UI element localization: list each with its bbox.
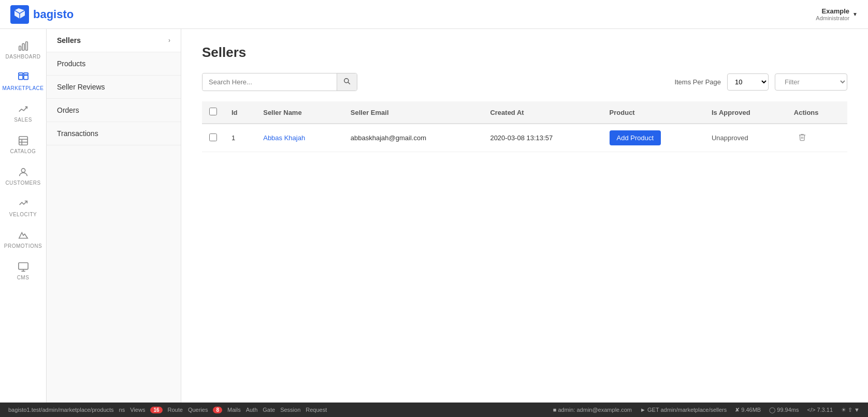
- bottom-time: ◯ 99.94ms: [769, 407, 799, 413]
- row-checkbox-cell: [202, 124, 224, 152]
- bottom-gate: Gate: [263, 407, 275, 413]
- sub-sidebar-item-seller-reviews[interactable]: Seller Reviews: [47, 76, 181, 99]
- seller-name-link[interactable]: Abbas Khajah: [263, 134, 305, 142]
- row-product: Add Product: [602, 124, 704, 152]
- sidebar-item-marketplace[interactable]: MARKETPLACE: [0, 66, 46, 97]
- chevron-right-icon: ›: [168, 37, 170, 44]
- bottom-icons: ☀ ⇧ ▼: [841, 407, 860, 413]
- col-header-product: Product: [602, 101, 704, 124]
- bottom-version: </> 7.3.11: [807, 407, 833, 413]
- svg-rect-5: [23, 75, 27, 79]
- svg-rect-4: [18, 75, 22, 79]
- svg-rect-7: [23, 73, 27, 75]
- sidebar: DASHBOARD MARKETPLACE SALES: [0, 29, 47, 403]
- sub-sidebar: Sellers › Products Seller Reviews Orders…: [47, 29, 181, 403]
- sidebar-label-velocity: VELOCITY: [9, 212, 37, 217]
- select-all-checkbox[interactable]: [209, 108, 217, 115]
- sidebar-item-promotions[interactable]: PROMOTIONS: [0, 224, 46, 255]
- top-header: bagisto Example Administrator ▼: [0, 0, 868, 29]
- search-wrapper: [202, 73, 357, 91]
- sidebar-item-sales[interactable]: SALES: [0, 97, 46, 129]
- main-content: Sellers Items Per Page 10 25 50: [181, 29, 868, 403]
- sub-sidebar-label-sellers: Sellers: [57, 36, 81, 44]
- add-product-button[interactable]: Add Product: [610, 130, 661, 145]
- svg-rect-1: [19, 46, 21, 50]
- chevron-down-icon: ▼: [852, 11, 858, 17]
- bottom-route-info: ► GET admin/marketplace/sellers: [640, 407, 727, 413]
- sub-sidebar-item-products[interactable]: Products: [47, 52, 181, 76]
- bottom-auth: Auth: [246, 407, 258, 413]
- velocity-icon: [18, 198, 29, 210]
- sidebar-label-customers: CUSTOMERS: [5, 180, 40, 186]
- main-layout: DASHBOARD MARKETPLACE SALES: [0, 29, 868, 403]
- filter-select[interactable]: Filter Approved Unapproved: [775, 73, 847, 91]
- user-name: Example: [816, 7, 849, 15]
- sidebar-item-velocity[interactable]: VELOCITY: [0, 192, 46, 224]
- svg-rect-2: [22, 43, 24, 50]
- right-toolbar: Items Per Page 10 25 50 Filter Approved …: [674, 73, 847, 91]
- logo-icon: [10, 5, 29, 24]
- bottom-route: Route: [168, 407, 183, 413]
- logo-area[interactable]: bagisto: [10, 5, 74, 24]
- sub-sidebar-label-transactions: Transactions: [57, 129, 98, 138]
- sidebar-label-catalog: CATALOG: [10, 148, 36, 154]
- svg-rect-6: [18, 73, 22, 75]
- sidebar-label-dashboard: DASHBOARD: [6, 54, 41, 59]
- bottom-admin-email: ■ admin: admin@example.com: [553, 407, 632, 413]
- marketplace-icon: [18, 72, 29, 83]
- app-name: bagisto: [33, 8, 74, 21]
- bottom-queries-badge[interactable]: 8: [213, 407, 222, 413]
- sidebar-label-promotions: PROMOTIONS: [4, 243, 42, 249]
- bottom-url: bagisto1.test/admin/marketplace/products: [8, 407, 114, 413]
- row-id: 1: [224, 124, 256, 152]
- sidebar-item-cms[interactable]: CMS: [0, 255, 46, 287]
- row-checkbox[interactable]: [209, 133, 217, 141]
- svg-rect-8: [19, 137, 27, 145]
- row-actions: [787, 124, 847, 152]
- col-header-created-at: Created At: [483, 101, 602, 124]
- user-role: Administrator: [816, 15, 849, 21]
- col-header-seller-name: Seller Name: [256, 101, 343, 124]
- cms-icon: [18, 261, 29, 273]
- bottom-memory: ✘ 9.46MB: [735, 407, 761, 413]
- bottom-views-label: Views: [130, 407, 145, 413]
- user-menu[interactable]: Example Administrator ▼: [816, 7, 858, 21]
- search-icon: [343, 78, 351, 85]
- search-button[interactable]: [337, 73, 357, 91]
- sidebar-item-dashboard[interactable]: DASHBOARD: [0, 34, 46, 66]
- svg-line-17: [348, 82, 350, 84]
- sidebar-item-customers[interactable]: CUSTOMERS: [0, 160, 46, 192]
- svg-rect-3: [25, 42, 27, 51]
- items-per-page-select[interactable]: 10 25 50: [727, 73, 769, 91]
- bottom-bar: bagisto1.test/admin/marketplace/products…: [0, 403, 868, 417]
- sub-sidebar-item-orders[interactable]: Orders: [47, 99, 181, 122]
- chart-icon: [18, 40, 29, 52]
- svg-point-16: [344, 79, 349, 83]
- sub-sidebar-item-sellers[interactable]: Sellers ›: [47, 29, 181, 52]
- sidebar-label-cms: CMS: [17, 275, 30, 280]
- bottom-left: bagisto1.test/admin/marketplace/products…: [8, 407, 327, 413]
- row-seller-email: abbaskhajah@gmail.com: [343, 124, 483, 152]
- sidebar-item-catalog[interactable]: CATALOG: [0, 129, 46, 160]
- col-header-is-approved: Is Approved: [704, 101, 787, 124]
- bottom-request: Request: [306, 407, 327, 413]
- sub-sidebar-item-transactions[interactable]: Transactions: [47, 122, 181, 145]
- status-badge: Unapproved: [712, 134, 748, 142]
- sellers-table: Id Seller Name Seller Email Created At P…: [202, 101, 847, 152]
- sidebar-label-marketplace: MARKETPLACE: [3, 85, 44, 91]
- table-header-checkbox: [202, 101, 224, 124]
- row-created-at: 2020-03-08 13:13:57: [483, 124, 602, 152]
- search-input[interactable]: [202, 74, 337, 90]
- row-is-approved: Unapproved: [704, 124, 787, 152]
- svg-rect-13: [18, 263, 27, 270]
- sub-sidebar-label-orders: Orders: [57, 106, 79, 114]
- bottom-views-badge[interactable]: 16: [150, 407, 162, 413]
- sub-sidebar-label-products: Products: [57, 59, 85, 68]
- bottom-right: ■ admin: admin@example.com ► GET admin/m…: [553, 407, 860, 413]
- promotions-icon: [18, 230, 29, 241]
- delete-button[interactable]: [794, 131, 811, 145]
- bottom-queries-label: Queries: [188, 407, 208, 413]
- page-title: Sellers: [202, 44, 847, 61]
- catalog-icon: [18, 135, 29, 146]
- bottom-mails: Mails: [227, 407, 241, 413]
